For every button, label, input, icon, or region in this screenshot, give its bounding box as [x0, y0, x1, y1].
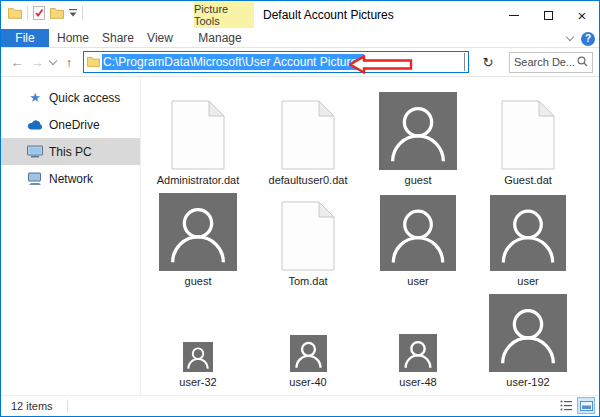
- onedrive-cloud-icon: [27, 117, 43, 133]
- sidebar-item-quick-access[interactable]: ★ Quick access: [1, 84, 140, 111]
- file-item[interactable]: guest: [363, 86, 473, 187]
- file-name: user: [407, 274, 428, 288]
- navigation-pane: ★ Quick access OneDrive This PC Network: [1, 77, 141, 395]
- window-controls: ×: [497, 1, 599, 29]
- user-picture-icon: [183, 342, 213, 372]
- file-item[interactable]: guest: [143, 187, 253, 288]
- user-picture-icon: [290, 335, 327, 372]
- file-name: guest: [405, 173, 432, 187]
- help-icon[interactable]: ?: [581, 32, 595, 46]
- address-dropdown-icon[interactable]: [464, 53, 465, 71]
- user-picture-icon: [379, 92, 457, 170]
- file-item[interactable]: user-192: [473, 288, 583, 389]
- sidebar-item-label: Quick access: [49, 91, 120, 105]
- annotation-arrow-icon: [349, 55, 413, 78]
- file-name: user-32: [179, 375, 216, 389]
- user-picture-icon: [398, 334, 438, 372]
- user-picture-icon: [488, 294, 568, 372]
- tab-view[interactable]: View: [139, 29, 181, 47]
- file-item[interactable]: Guest.dat: [473, 86, 583, 187]
- folder-icon: [87, 53, 100, 71]
- search-input[interactable]: Search De...: [509, 52, 593, 73]
- minimize-button[interactable]: [497, 1, 531, 29]
- status-separator: [67, 399, 68, 413]
- dat-file-icon: [171, 100, 225, 170]
- sidebar-item-label: OneDrive: [49, 118, 100, 132]
- file-item[interactable]: defaultuser0.dat: [253, 86, 363, 187]
- file-item[interactable]: user: [473, 187, 583, 288]
- details-view-button[interactable]: [557, 397, 575, 414]
- title-bar: Picture Tools Default Account Pictures ×: [1, 1, 599, 29]
- file-item[interactable]: user-32: [143, 288, 253, 389]
- refresh-button[interactable]: ↻: [477, 55, 499, 70]
- navigation-bar: ← → ↑ C:\ProgramData\Microsoft\User Acco…: [1, 48, 599, 77]
- file-name: user-40: [289, 375, 326, 389]
- user-picture-icon: [380, 195, 456, 271]
- dat-file-icon: [501, 100, 555, 170]
- address-path-selected[interactable]: C:\ProgramData\Microsoft\User Account Pi…: [102, 54, 364, 70]
- file-name: user-192: [506, 375, 549, 389]
- properties-icon[interactable]: [33, 6, 45, 20]
- sidebar-item-label: Network: [49, 172, 93, 186]
- file-item[interactable]: Administrator.dat: [143, 86, 253, 187]
- file-item[interactable]: user-40: [253, 288, 363, 389]
- file-item[interactable]: user: [363, 187, 473, 288]
- folder-icon[interactable]: [8, 7, 22, 19]
- file-name: user-48: [399, 375, 436, 389]
- file-name: Guest.dat: [504, 173, 552, 187]
- search-icon: [577, 53, 588, 71]
- tab-manage[interactable]: Manage: [191, 29, 249, 47]
- sidebar-item-network[interactable]: Network: [1, 165, 140, 192]
- close-button[interactable]: ×: [565, 1, 599, 29]
- file-name: Administrator.dat: [157, 173, 240, 187]
- sidebar-item-onedrive[interactable]: OneDrive: [1, 111, 140, 138]
- file-item[interactable]: Tom.dat: [253, 187, 363, 288]
- user-picture-icon: [490, 195, 566, 271]
- toolbar-separator: [82, 6, 83, 20]
- search-placeholder: Search De...: [514, 56, 577, 68]
- expand-ribbon-icon[interactable]: [566, 33, 574, 41]
- maximize-button[interactable]: [531, 1, 565, 29]
- file-name: user: [517, 274, 538, 288]
- new-folder-icon[interactable]: [50, 7, 64, 19]
- ribbon-tabs: File Home Share View Manage ?: [1, 29, 599, 48]
- large-icons-view-button[interactable]: [577, 397, 595, 414]
- quick-access-toolbar: [8, 6, 83, 20]
- toolbar-separator: [27, 6, 28, 20]
- picture-tools-group: Picture Tools: [194, 2, 254, 28]
- file-name: defaultuser0.dat: [269, 173, 348, 187]
- quick-access-star-icon: ★: [27, 90, 43, 106]
- customize-toolbar-icon[interactable]: [69, 9, 77, 17]
- file-name: Tom.dat: [288, 274, 327, 288]
- file-list: Administrator.dat defaultuser0.dat guest…: [141, 77, 599, 395]
- tab-file[interactable]: File: [1, 29, 49, 47]
- network-icon: [27, 171, 43, 187]
- recent-locations-icon[interactable]: [47, 61, 59, 64]
- tab-share[interactable]: Share: [97, 29, 139, 47]
- explorer-window: Picture Tools Default Account Pictures ×…: [0, 0, 600, 417]
- tab-home[interactable]: Home: [49, 29, 97, 47]
- status-bar: 12 items: [1, 395, 599, 415]
- forward-button[interactable]: →: [27, 55, 47, 70]
- this-pc-monitor-icon: [27, 144, 43, 160]
- user-picture-icon: [159, 193, 237, 271]
- file-name: guest: [185, 274, 212, 288]
- sidebar-item-this-pc[interactable]: This PC: [1, 138, 140, 165]
- dat-file-icon: [281, 100, 335, 170]
- items-count: 12 items: [1, 400, 53, 412]
- dat-file-icon: [281, 201, 335, 271]
- file-item[interactable]: user-48: [363, 288, 473, 389]
- up-button[interactable]: ↑: [59, 55, 79, 70]
- back-button[interactable]: ←: [7, 55, 27, 70]
- window-title: Default Account Pictures: [263, 1, 394, 29]
- sidebar-item-label: This PC: [49, 145, 92, 159]
